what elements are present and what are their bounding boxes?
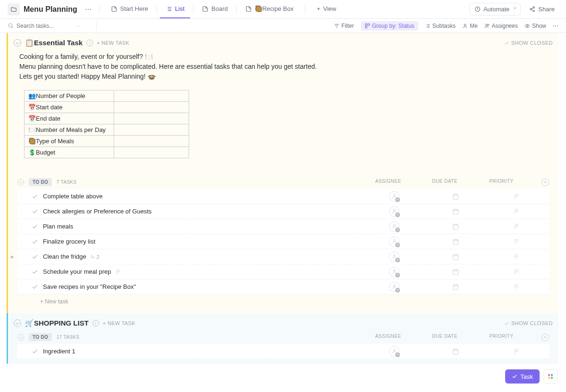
task-row[interactable]: Check allergies or Preference of Guests bbox=[17, 204, 549, 219]
priority-cell[interactable] bbox=[489, 208, 545, 215]
priority-cell[interactable] bbox=[489, 223, 545, 230]
info-label[interactable]: 🥘Type of Meals bbox=[25, 136, 114, 147]
assignee-cell[interactable] bbox=[366, 206, 423, 217]
folder-icon[interactable] bbox=[8, 3, 20, 16]
status-collapse-icon[interactable] bbox=[17, 179, 24, 186]
info-icon[interactable]: i bbox=[86, 40, 93, 46]
info-label[interactable]: 🍽️Number of Meals per Day bbox=[25, 124, 114, 136]
check-icon[interactable] bbox=[32, 238, 38, 245]
info-value[interactable] bbox=[114, 90, 189, 102]
info-value[interactable] bbox=[114, 124, 189, 136]
info-value[interactable] bbox=[114, 113, 189, 124]
add-column-button[interactable]: + bbox=[541, 179, 549, 186]
column-header[interactable]: DUE DATE bbox=[428, 179, 461, 186]
filter-button[interactable]: Filter bbox=[334, 23, 354, 29]
assignee-cell[interactable] bbox=[366, 191, 423, 202]
title-menu-icon[interactable]: ⋯ bbox=[83, 5, 93, 14]
status-collapse-icon[interactable] bbox=[17, 334, 24, 341]
due-date-cell[interactable] bbox=[427, 268, 484, 276]
automate-chevron[interactable] bbox=[510, 3, 521, 16]
status-badge[interactable]: TO DO bbox=[29, 178, 52, 186]
check-icon[interactable] bbox=[32, 208, 38, 215]
expand-icon[interactable]: ▶ bbox=[11, 254, 14, 259]
priority-cell[interactable] bbox=[489, 348, 545, 355]
task-row[interactable]: Schedule your meal prep bbox=[17, 264, 549, 279]
status-badge[interactable]: TO DO bbox=[29, 333, 52, 341]
tab-start-here[interactable]: Start Here bbox=[105, 0, 154, 18]
tab-board[interactable]: Board bbox=[196, 0, 233, 18]
new-task-button[interactable]: + NEW TASK bbox=[103, 320, 135, 326]
assignee-cell[interactable] bbox=[366, 221, 423, 232]
new-task-float-button[interactable]: Task bbox=[505, 369, 540, 384]
assignee-placeholder-icon[interactable] bbox=[389, 252, 400, 262]
tab--recipe-box[interactable]: 🥘Recipe Box bbox=[240, 0, 299, 18]
subtask-badge[interactable]: 2 bbox=[90, 254, 100, 260]
task-row[interactable]: ▶ Clean the fridge 2 bbox=[17, 249, 549, 264]
assignee-placeholder-icon[interactable] bbox=[389, 267, 400, 277]
priority-cell[interactable] bbox=[489, 269, 545, 275]
assignee-cell[interactable] bbox=[366, 282, 423, 292]
add-view-button[interactable]: +View bbox=[311, 0, 342, 18]
task-row[interactable]: Plan meals bbox=[17, 219, 549, 234]
column-header[interactable]: ASSIGNEE bbox=[372, 179, 405, 186]
task-row[interactable]: Complete table above bbox=[17, 189, 549, 204]
check-icon[interactable] bbox=[32, 269, 38, 275]
collapse-icon[interactable] bbox=[14, 319, 21, 327]
assignee-placeholder-icon[interactable] bbox=[389, 237, 400, 247]
due-date-cell[interactable] bbox=[427, 238, 484, 245]
group-by-button[interactable]: Group by: Status bbox=[361, 21, 418, 31]
priority-cell[interactable] bbox=[489, 284, 545, 290]
description-icon[interactable] bbox=[115, 269, 121, 275]
column-header[interactable]: DUE DATE bbox=[428, 334, 461, 341]
priority-cell[interactable] bbox=[489, 193, 545, 200]
due-date-cell[interactable] bbox=[427, 283, 484, 291]
apps-button[interactable] bbox=[543, 369, 558, 384]
show-closed-button[interactable]: SHOW CLOSED bbox=[504, 40, 553, 46]
column-header[interactable]: PRIORITY bbox=[485, 179, 518, 186]
assignee-cell[interactable] bbox=[366, 237, 423, 247]
column-header[interactable]: PRIORITY bbox=[485, 334, 518, 341]
automate-button[interactable]: Automate bbox=[469, 3, 515, 16]
task-row[interactable]: Ingredient 1 bbox=[17, 344, 549, 359]
assignee-placeholder-icon[interactable] bbox=[389, 221, 400, 232]
new-task-row[interactable]: + New task bbox=[17, 294, 549, 309]
collapse-icon[interactable] bbox=[14, 39, 21, 47]
task-row[interactable]: Save recipes in your "Recipe Box" bbox=[17, 279, 549, 294]
assignee-placeholder-icon[interactable] bbox=[389, 282, 400, 292]
column-header[interactable]: ASSIGNEE bbox=[372, 334, 405, 341]
info-label[interactable]: 📅Start date bbox=[25, 102, 114, 113]
check-icon[interactable] bbox=[32, 348, 38, 355]
info-label[interactable]: 👥Number of People bbox=[25, 90, 114, 102]
info-value[interactable] bbox=[114, 102, 189, 113]
assignee-cell[interactable] bbox=[366, 346, 423, 357]
more-icon[interactable]: ⋯ bbox=[553, 23, 558, 29]
check-icon[interactable] bbox=[32, 223, 38, 230]
assignee-placeholder-icon[interactable] bbox=[389, 191, 400, 202]
info-value[interactable] bbox=[114, 136, 189, 147]
due-date-cell[interactable] bbox=[427, 348, 484, 355]
check-icon[interactable] bbox=[32, 284, 38, 290]
due-date-cell[interactable] bbox=[427, 253, 484, 261]
search-chevron-icon[interactable] bbox=[76, 24, 81, 28]
due-date-cell[interactable] bbox=[427, 223, 484, 230]
assignee-placeholder-icon[interactable] bbox=[389, 206, 400, 217]
assignee-cell[interactable] bbox=[366, 252, 423, 262]
info-label[interactable]: 📅End date bbox=[25, 113, 114, 124]
assignees-button[interactable]: Assignees bbox=[484, 23, 518, 29]
subtasks-button[interactable]: Subtasks bbox=[425, 23, 456, 29]
new-task-button[interactable]: + NEW TASK bbox=[97, 40, 129, 46]
show-button[interactable]: Show bbox=[524, 23, 546, 29]
task-row[interactable]: Finalize grocery list bbox=[17, 234, 549, 249]
assignee-placeholder-icon[interactable] bbox=[389, 346, 400, 357]
due-date-cell[interactable] bbox=[427, 193, 484, 200]
tab-list[interactable]: List bbox=[160, 0, 190, 18]
assignee-cell[interactable] bbox=[366, 267, 423, 277]
share-button[interactable]: Share bbox=[525, 3, 558, 15]
priority-cell[interactable] bbox=[489, 253, 545, 260]
add-column-button[interactable]: + bbox=[541, 334, 549, 341]
info-label[interactable]: 💲Budget bbox=[25, 147, 114, 158]
search-input[interactable] bbox=[17, 23, 73, 29]
show-closed-button[interactable]: SHOW CLOSED bbox=[504, 320, 553, 326]
info-icon[interactable]: i bbox=[92, 320, 99, 327]
due-date-cell[interactable] bbox=[427, 208, 484, 215]
